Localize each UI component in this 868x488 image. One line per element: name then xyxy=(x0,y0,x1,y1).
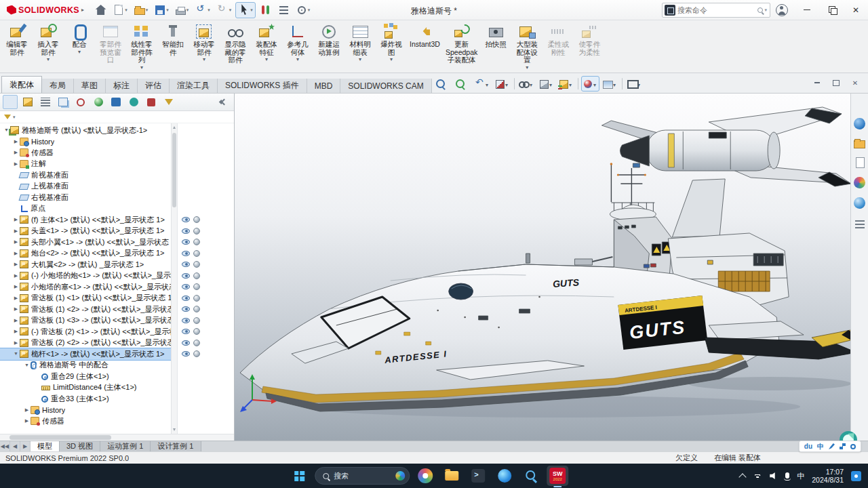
ribbon-button[interactable]: 爆炸视 图 xyxy=(376,21,407,73)
select-tool-button[interactable]: ▾ xyxy=(235,2,256,18)
tree-item[interactable]: (-) 小炮塔的炮<1> -> (默认) <<默认>_显示状态 1> xyxy=(0,270,171,282)
tree-item[interactable]: 雷达板 (1) <2> -> (默认) <<默认>_显示状态 1> xyxy=(0,304,171,315)
command-tab[interactable]: 布局 xyxy=(42,79,74,93)
view-tool-button[interactable] xyxy=(454,76,472,92)
tree-item[interactable]: 传感器 xyxy=(0,415,171,427)
tree-item[interactable]: 重合33 (主体<1>) xyxy=(0,393,171,405)
command-tab[interactable]: SOLIDWORKS 插件 xyxy=(218,79,307,93)
display-pane-row[interactable] xyxy=(178,304,234,315)
appearance-sphere-icon[interactable] xyxy=(193,261,200,268)
eye-icon[interactable] xyxy=(182,239,190,245)
open-button[interactable]: ▾ xyxy=(132,2,151,18)
ribbon-button[interactable]: Instant3D xyxy=(407,21,443,73)
tree-item[interactable]: History xyxy=(0,136,171,148)
appearance-sphere-icon[interactable] xyxy=(193,239,200,245)
custom-properties-icon[interactable] xyxy=(855,219,865,228)
document-tab[interactable]: 3D 视图 xyxy=(60,441,100,451)
ime-toolbar[interactable]: du 中 xyxy=(799,441,861,452)
expand-arrow-icon[interactable] xyxy=(12,304,20,314)
taskbar-app-file-explorer[interactable] xyxy=(441,466,462,486)
eye-icon[interactable] xyxy=(182,351,190,357)
expand-arrow-icon[interactable] xyxy=(12,270,20,281)
tree-item[interactable]: 雅格迪斯号 (默认) <默认_显示状态-1> xyxy=(0,125,171,136)
featuremanager-design-tree-tab[interactable] xyxy=(20,95,35,109)
rebuild-button[interactable] xyxy=(257,2,274,18)
appearance-sphere-icon[interactable] xyxy=(193,350,200,357)
eye-icon[interactable] xyxy=(182,228,190,234)
scrollbar-thumb[interactable] xyxy=(172,133,176,207)
view-tool-button[interactable] xyxy=(625,76,644,92)
tree-item[interactable]: 注解 xyxy=(0,159,171,170)
view-tool-button[interactable] xyxy=(473,76,492,92)
taskbar-clock[interactable]: 17:07 2024/8/31 xyxy=(812,468,844,485)
eye-icon[interactable] xyxy=(182,306,190,312)
ribbon-button[interactable]: 更新 Speedpak 子装配体 xyxy=(443,21,480,73)
file-explorer-pane-icon[interactable] xyxy=(856,157,865,168)
dimxpertmanager-tab[interactable] xyxy=(73,95,88,109)
home-button[interactable] xyxy=(92,2,109,18)
tab-nav-first-button[interactable]: ◀◀ xyxy=(0,441,10,451)
start-button[interactable] xyxy=(288,466,310,486)
taskbar-search-box[interactable]: 搜索 xyxy=(315,467,410,485)
expand-arrow-icon[interactable] xyxy=(23,405,31,415)
filter-funnel-button[interactable] xyxy=(161,95,176,109)
ribbon-button[interactable]: 拍快照 xyxy=(480,21,511,73)
featuremanager-tree-tab[interactable] xyxy=(3,95,18,109)
tolanalyst-tab[interactable] xyxy=(144,95,159,109)
expand-arrow-icon[interactable] xyxy=(12,159,20,169)
ribbon-button[interactable]: 零部件 预览窗 口 xyxy=(95,21,126,73)
expand-arrow-icon[interactable] xyxy=(12,214,20,225)
view-tool-button[interactable] xyxy=(493,76,511,92)
taskbar-app-console[interactable] xyxy=(467,466,489,486)
view-tool-button[interactable] xyxy=(557,76,575,92)
appearance-sphere-icon[interactable] xyxy=(193,295,200,302)
display-pane-row[interactable] xyxy=(178,315,234,327)
tab-nav-prev-button[interactable]: ◀ xyxy=(10,441,20,451)
display-pane-row[interactable] xyxy=(178,147,234,159)
save-button[interactable]: ▾ xyxy=(152,2,172,18)
display-pane-row[interactable] xyxy=(178,371,234,382)
tree-item[interactable]: 头部小翼<1> -> (默认) <<默认>_显示状态 1> xyxy=(0,237,171,248)
eye-icon[interactable] xyxy=(182,284,190,289)
tree-item[interactable]: 大机翼<2> -> (默认) _显示状态 1> xyxy=(0,259,171,270)
display-pane-row[interactable] xyxy=(178,214,234,226)
tree-item[interactable]: 雷达板 (1) <3> -> (默认) <<默认>_显示状态 1> xyxy=(0,315,171,327)
tree-item[interactable]: 前视基准面 xyxy=(0,169,171,181)
command-search-input[interactable] xyxy=(677,6,757,14)
tree-item[interactable]: 右视基准面 xyxy=(0,192,171,203)
ribbon-button[interactable]: 新建运 动算例 xyxy=(313,21,344,73)
display-pane-row[interactable] xyxy=(178,393,234,405)
display-pane-row[interactable] xyxy=(178,270,234,282)
eye-icon[interactable] xyxy=(182,318,190,323)
eye-icon[interactable] xyxy=(182,296,190,301)
display-pane-row[interactable] xyxy=(178,192,234,203)
tree-item[interactable]: History xyxy=(0,405,171,416)
print-button[interactable]: ▾ xyxy=(173,2,192,18)
expand-arrow-icon[interactable] xyxy=(12,326,20,337)
display-pane-row[interactable] xyxy=(178,125,234,136)
tree-item[interactable]: LimitDistance4 (主体<1>) xyxy=(0,382,171,394)
undo-button[interactable]: ▾ xyxy=(193,2,213,18)
display-pane-collapse-button[interactable] xyxy=(216,95,231,109)
chevron-up-icon[interactable] xyxy=(739,473,747,481)
ime-language-label[interactable]: 中 xyxy=(817,442,824,451)
expand-arrow-icon[interactable] xyxy=(12,315,20,326)
ribbon-button[interactable]: 参考几 何体 xyxy=(282,21,313,73)
document-close-button[interactable] xyxy=(848,77,863,88)
tree-item[interactable]: 重合29 (主体<1>) xyxy=(0,371,171,382)
view-tool-button[interactable] xyxy=(581,76,599,92)
view-tool-button[interactable] xyxy=(622,78,623,89)
display-pane-row[interactable] xyxy=(178,226,234,237)
tree-item[interactable]: 炮台<2> -> (默认) <<默认>_显示状态 1> xyxy=(0,248,171,260)
configurationmanager-tab[interactable] xyxy=(56,95,71,109)
appearance-sphere-icon[interactable] xyxy=(193,283,200,290)
expand-arrow-icon[interactable] xyxy=(12,237,20,247)
taskbar-app-weather[interactable] xyxy=(414,466,436,486)
ribbon-button[interactable]: 材料明 细表 xyxy=(344,21,376,73)
input-method-indicator[interactable]: 中 xyxy=(797,471,804,481)
taskbar-app-search[interactable] xyxy=(520,466,542,486)
tree-item[interactable]: 传感器 xyxy=(0,147,171,159)
tree-item[interactable]: (-) 雷达板 (2) <1> -> (默认) <<默认>_显示状态 1> xyxy=(0,326,171,338)
display-pane-row[interactable] xyxy=(178,181,234,192)
ribbon-button[interactable]: 线性零 部件阵 列 xyxy=(126,21,157,73)
